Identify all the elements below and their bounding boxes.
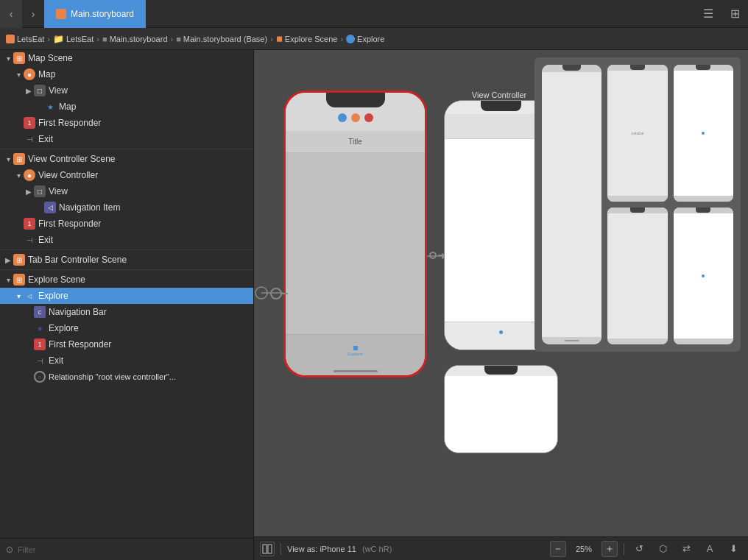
svg-rect-5 [263,545,267,553]
breadcrumb-letseat-label: LetsEat [17,35,44,43]
nav-item-icon: ◁ [44,202,56,213]
relationship-label: Relationship "root view controller"... [49,372,176,381]
refresh-button[interactable]: ↺ [630,540,648,558]
breadcrumb: LetsEat › 📁 LetsEat › ■ Main.storyboard … [0,28,748,50]
first-responder-vc-label: First Responder [38,219,101,229]
nav-controller-phone[interactable]: Title Explore [283,91,427,378]
sidebar-item-map-star[interactable]: ★ Map [0,99,253,115]
vc-scene-label: View Controller Scene [28,154,116,164]
breadcrumb-base-label: Main.storyboard (Base) [183,35,267,43]
expand-map[interactable]: ▾ [13,71,24,79]
nav-dot-blue [338,113,347,122]
sidebar-item-first-responder-explore[interactable]: 1 First Responder [0,336,253,352]
expand-vc-scene[interactable]: ▾ [3,155,13,163]
sidebar-item-explore-scene[interactable]: ▾ ⊞ Explore Scene [0,272,253,288]
canvas-bottom-bar: View as: iPhone 11 (wC hR) － 25% ＋ ↺ ⬡ ⇄… [254,536,748,560]
sidebar-item-map[interactable]: ▾ ● Map [0,66,253,82]
storyboard-base-icon: ■ [176,35,181,43]
mockups-panel: LetsEat [534,57,741,352]
tabbar-scene-icon: ⊞ [13,254,25,266]
sidebar-item-exit-map[interactable]: ⊣ Exit [0,131,253,147]
sidebar-item-map-scene[interactable]: ▾ ⊞ Map Scene [0,50,253,66]
sidebar-item-view-map[interactable]: ▶ □ View [0,82,253,99]
sidebar-item-exit-explore[interactable]: ⊣ Exit [0,352,253,369]
editor-options-button[interactable]: ☰ [695,0,721,28]
nav-item-label: Navigation Item [59,202,120,213]
filter-input[interactable] [18,545,247,554]
zoom-out-button[interactable]: － [550,541,566,557]
sidebar-item-explore[interactable]: ▾ ◁ Explore [0,288,253,304]
explore-tab-label: Explore [347,352,362,356]
forward-button[interactable]: › [22,0,44,28]
breadcrumb-letseat-folder[interactable]: 📁 LetsEat [53,34,94,44]
sidebar-item-nav-item[interactable]: ◁ Navigation Item [0,199,253,216]
view-map-label: View [49,85,68,96]
view-map-icon: □ [34,85,46,96]
breadcrumb-explore[interactable]: Explore [346,35,384,43]
device-button[interactable]: ⬡ [654,540,671,558]
filter-icon: ⊙ [6,545,13,555]
mini-phone-2-text: LetsEat [632,131,644,135]
breadcrumb-sep-4: › [270,35,273,43]
first-responder-explore-label: First Responder [49,339,111,350]
storyboard-tab-icon [56,9,66,19]
sidebar-item-first-responder-map[interactable]: 1 First Responder [0,115,253,131]
sidebar-item-nav-bar[interactable]: C Navigation Bar [0,304,253,320]
expand-explore[interactable]: ▾ [13,292,24,300]
svg-point-1 [255,287,267,299]
entry-arrow [282,293,288,294]
sep-2 [624,543,624,555]
layout-toggle-button[interactable] [260,542,275,556]
back-button[interactable]: ‹ [0,0,22,28]
first-responder-explore-icon: 1 [34,339,46,350]
vc-label: View Controller [38,170,98,180]
explore-star-label: Explore [49,323,79,333]
text-button[interactable]: A [701,540,719,558]
sidebar-item-vc-scene[interactable]: ▾ ⊞ View Controller Scene [0,151,253,167]
expand-view-map[interactable]: ▶ [24,87,34,95]
zoom-in-button[interactable]: ＋ [601,541,618,557]
breadcrumb-sep-2: › [96,35,99,43]
first-responder-vc-icon: 1 [24,218,35,230]
first-responder-map-label: First Responder [38,118,101,128]
sidebar-item-first-responder-vc[interactable]: 1 First Responder [0,216,253,232]
breadcrumb-explore-scene[interactable]: ◼ Explore Scene [276,34,338,43]
map-scene-label: Map Scene [28,53,73,63]
download-button[interactable]: ⬇ [724,540,742,558]
breadcrumb-sep-3: › [171,35,174,43]
view-as-hint: (wC hR) [362,545,392,553]
breadcrumb-storyboard-label: Main.storyboard [110,35,168,43]
breadcrumb-storyboard-base[interactable]: ■ Main.storyboard (Base) [176,35,267,43]
sidebar-item-view-vc[interactable]: ▶ □ View [0,183,253,199]
map-label: Map [38,69,55,79]
breadcrumb-main-storyboard[interactable]: ■ Main.storyboard [102,35,168,43]
canvas[interactable]: Navigation Controller Title [254,50,748,560]
nav-dot-orange [351,113,360,122]
folder-icon: 📁 [53,34,64,44]
sidebar-item-exit-vc[interactable]: ⊣ Exit [0,232,253,248]
expand-vc[interactable]: ▾ [13,171,24,180]
sidebar-item-explore-star[interactable]: ★ Explore [0,320,253,336]
sidebar-item-tabbar-scene[interactable]: ▶ ⊞ Tab Bar Controller Scene [0,252,253,268]
layout-icon [262,544,272,554]
explore-item-label: Explore [38,291,68,301]
mini-phone-2: LetsEat [607,65,667,202]
storyboard-icon: ■ [102,35,107,43]
exit-explore-icon: ⊣ [34,355,46,366]
expand-tabbar-scene[interactable]: ▶ [3,256,13,264]
breadcrumb-explore-label: Explore [357,35,384,43]
connect-button[interactable]: ⇄ [677,540,695,558]
relationship-icon: ○ [34,371,46,383]
explore-scene-label: Explore Scene [28,274,85,285]
expand-map-scene[interactable]: ▾ [3,54,13,63]
active-tab[interactable]: Main.storyboard [44,0,146,28]
expand-view-vc[interactable]: ▶ [24,188,34,196]
sidebar-item-vc[interactable]: ▾ ● View Controller [0,167,253,183]
sidebar-item-relationship[interactable]: ○ Relationship "root view controller"... [0,369,253,385]
explore-scene-icon: ⊞ [13,274,25,286]
expand-explore-scene[interactable]: ▾ [3,276,13,284]
nav-bar-icon: C [34,306,46,318]
sep-1 [280,543,281,555]
add-editor-button[interactable]: ⊞ [721,0,748,28]
breadcrumb-letseat-app[interactable]: LetsEat [6,35,44,43]
